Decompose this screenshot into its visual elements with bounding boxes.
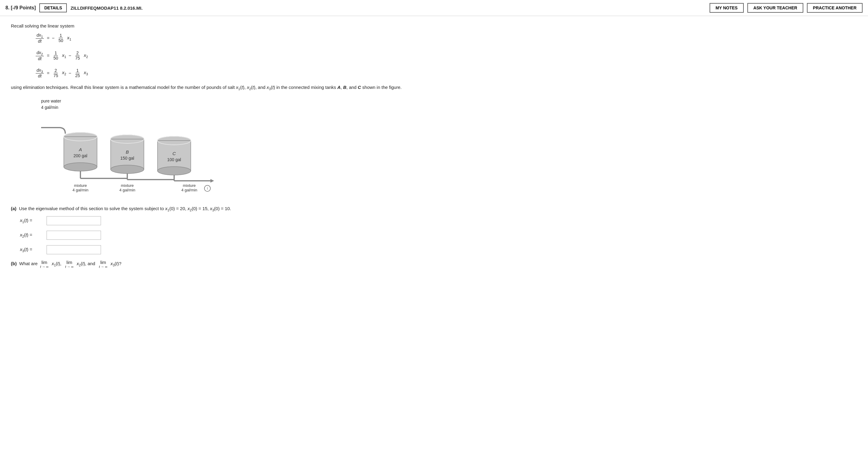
svg-text:100 gal: 100 gal bbox=[167, 157, 181, 162]
equation-3: dx3 dt = 2 75 x2 − 1 25 x3 bbox=[35, 68, 857, 78]
eq1-x1: x1 bbox=[67, 35, 71, 41]
eq3-minus: − bbox=[69, 70, 71, 75]
ask-teacher-button[interactable]: ASK YOUR TEACHER bbox=[747, 3, 803, 13]
equation-2: dx2 dt = 1 50 x1 − 2 75 x2 bbox=[35, 50, 857, 61]
eq1-equals: = bbox=[47, 35, 50, 40]
frac-den-150: 50 bbox=[57, 38, 64, 43]
svg-text:150 gal: 150 gal bbox=[120, 156, 134, 161]
question-label: 8. [-/9 Points] bbox=[5, 5, 36, 10]
practice-another-button[interactable]: PRACTICE ANOTHER bbox=[807, 3, 863, 13]
frac-den-3: dt bbox=[37, 73, 43, 78]
x2-input[interactable] bbox=[46, 231, 101, 240]
frac-den-125: 25 bbox=[74, 73, 81, 78]
pure-water-label: pure water 4 gal/min bbox=[41, 98, 228, 110]
svg-point-12 bbox=[111, 165, 144, 173]
svg-text:4 gal/min: 4 gal/min bbox=[181, 188, 197, 192]
x3-label: x3(t) = bbox=[20, 247, 44, 253]
x3-input[interactable] bbox=[46, 245, 101, 254]
frac-2-75-eq3: 2 75 bbox=[53, 68, 59, 78]
diagram-container: pure water 4 gal/min A 200 gal bbox=[41, 98, 228, 197]
eq3-x3: x3 bbox=[84, 70, 88, 76]
frac-num-3: dx3 bbox=[36, 68, 44, 74]
part-b-label: (b) What are bbox=[11, 261, 39, 266]
lim-x3-var: x3(t)? bbox=[110, 261, 121, 266]
svg-marker-27 bbox=[210, 179, 214, 183]
page-container: 8. [-/9 Points] DETAILS ZILLDIFFEQMODAP1… bbox=[0, 0, 868, 475]
frac-num-150b: 1 bbox=[54, 51, 58, 56]
svg-point-21 bbox=[157, 167, 191, 175]
eq3-equals: = bbox=[47, 70, 50, 75]
lim-x1: lim t → ∞ bbox=[40, 260, 49, 268]
my-notes-button[interactable]: MY NOTES bbox=[710, 3, 744, 13]
x1-input[interactable] bbox=[46, 216, 101, 225]
recall-intro: Recall solving the linear system bbox=[11, 23, 857, 28]
tank-diagram-svg: A 200 gal B 150 gal bbox=[41, 112, 228, 196]
problem-code: ZILLDIFFEQMODAP11 8.2.016.MI. bbox=[70, 5, 143, 10]
svg-text:i: i bbox=[207, 186, 208, 190]
lim-x2-var: x2(t), and bbox=[77, 261, 95, 266]
frac-num-125: 1 bbox=[75, 68, 80, 73]
using-text: using elimination techniques. Recall thi… bbox=[11, 84, 857, 92]
part-a-description: (a) Use the eigenvalue method of this se… bbox=[11, 206, 857, 212]
equations-block: dx1 dt = − 1 50 x1 dx2 dt = 1 bbox=[35, 33, 857, 78]
svg-text:A: A bbox=[79, 147, 82, 152]
frac-den-275: 75 bbox=[74, 56, 81, 61]
eq3-x2: x2 bbox=[62, 70, 66, 76]
frac-den-275b: 75 bbox=[53, 73, 59, 78]
frac-num-1: dx1 bbox=[36, 33, 44, 39]
part-b: (b) What are lim t → ∞ x1(t), lim t → ∞ … bbox=[11, 260, 857, 268]
frac-den-1: dt bbox=[37, 39, 43, 43]
svg-point-3 bbox=[64, 163, 97, 171]
svg-text:4 gal/min: 4 gal/min bbox=[119, 188, 135, 192]
eq2-x2: x2 bbox=[84, 53, 88, 59]
svg-text:C: C bbox=[173, 151, 176, 156]
eq2-minus: − bbox=[69, 53, 71, 58]
frac-num-275: 2 bbox=[75, 51, 80, 56]
svg-text:200 gal: 200 gal bbox=[73, 153, 87, 158]
lim-x1-var: x1(t), bbox=[52, 261, 61, 266]
frac-1-50: 1 50 bbox=[57, 33, 64, 43]
frac-den-150b: 50 bbox=[53, 56, 59, 61]
frac-1-25: 1 25 bbox=[74, 68, 81, 78]
lim-x2: lim t → ∞ bbox=[65, 260, 73, 268]
eq2-x1: x1 bbox=[62, 53, 66, 59]
x3-input-row: x3(t) = bbox=[20, 245, 857, 254]
content-area: Recall solving the linear system dx1 dt … bbox=[0, 16, 868, 276]
eq1-minus: − bbox=[52, 35, 55, 40]
x1-input-row: x1(t) = bbox=[20, 216, 857, 225]
svg-text:4 gal/min: 4 gal/min bbox=[72, 188, 89, 192]
lim-x3: lim t → ∞ bbox=[99, 260, 107, 268]
svg-text:B: B bbox=[126, 149, 129, 155]
details-button[interactable]: DETAILS bbox=[39, 3, 67, 12]
frac-2-75: 2 75 bbox=[74, 51, 81, 61]
eq2-equals: = bbox=[47, 53, 50, 58]
svg-text:mixture: mixture bbox=[74, 183, 87, 188]
frac-num-150: 1 bbox=[59, 33, 63, 38]
x1-label: x1(t) = bbox=[20, 218, 44, 224]
svg-text:mixture: mixture bbox=[183, 183, 196, 188]
frac-num-2: dx2 bbox=[36, 50, 44, 56]
x2-input-row: x2(t) = bbox=[20, 231, 857, 240]
frac-num-275b: 2 bbox=[54, 68, 58, 73]
frac-eq3: dx3 dt bbox=[36, 68, 44, 78]
frac-den-2: dt bbox=[37, 56, 43, 61]
frac-eq1: dx1 dt bbox=[36, 33, 44, 43]
frac-eq2: dx2 dt bbox=[36, 50, 44, 61]
equation-1: dx1 dt = − 1 50 x1 bbox=[35, 33, 857, 43]
x2-label: x2(t) = bbox=[20, 232, 44, 238]
frac-1-50-eq2: 1 50 bbox=[53, 51, 59, 61]
svg-text:mixture: mixture bbox=[121, 183, 134, 188]
part-a: (a) Use the eigenvalue method of this se… bbox=[11, 206, 857, 254]
header-bar: 8. [-/9 Points] DETAILS ZILLDIFFEQMODAP1… bbox=[0, 0, 868, 16]
